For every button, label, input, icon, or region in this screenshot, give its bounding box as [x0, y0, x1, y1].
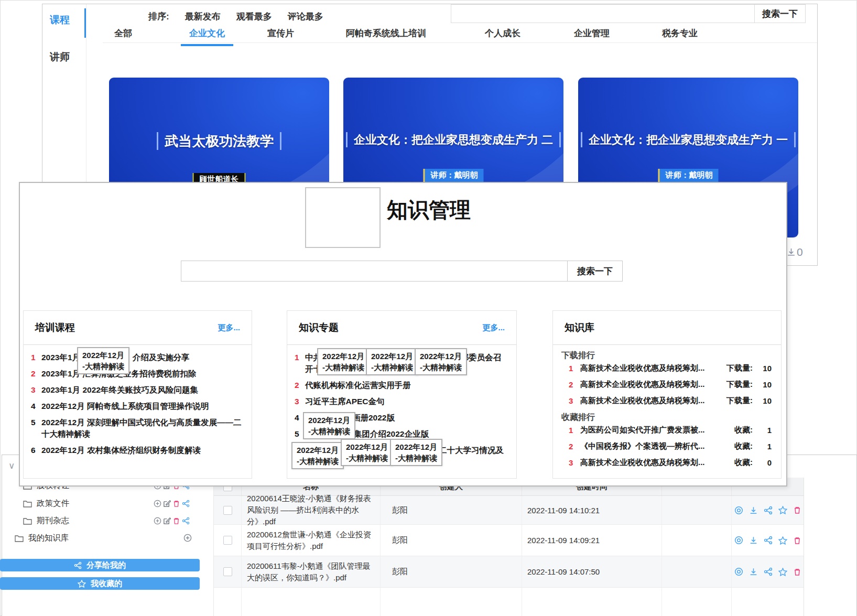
row-checkbox[interactable] — [223, 567, 232, 576]
knowledge-management-modal: 知识管理 搜索一下 培训课程 更多... 1 2023年1月介绍及实施分享 2 … — [19, 182, 787, 487]
view-icon[interactable] — [734, 567, 743, 576]
more-link[interactable]: 更多... — [218, 323, 240, 333]
file-name[interactable]: 20200612詹世谦-小鹅通《企业投资项目可行性分析》.pdf — [242, 525, 381, 556]
tab-business-management[interactable]: 企业管理 — [574, 27, 610, 44]
list-item[interactable]: 3 习近平主席APEC金句 — [295, 396, 509, 407]
list-item[interactable]: 2 代账机构标准化运营实用手册 — [295, 380, 509, 391]
list-item[interactable]: 2 2023年1月 汇算清缴之业务招待费税前扣除 — [31, 368, 244, 380]
tree-item-journals[interactable]: 期刊杂志 — [23, 514, 215, 527]
tab-tax-specialty[interactable]: 税务专业 — [662, 27, 698, 44]
knowledge-search: 搜索一下 — [181, 261, 623, 282]
sort-option-most-commented[interactable]: 评论最多 — [288, 10, 323, 23]
card-title: 企业文化：把企业家思想变成生产力 一 — [578, 132, 798, 148]
view-icon[interactable] — [734, 506, 743, 515]
download-icon[interactable] — [749, 567, 758, 576]
tooltip: 2022年12月-大精神解读 — [366, 348, 418, 375]
favorite-rank-title: 收藏排行 — [561, 412, 781, 423]
share-icon[interactable] — [764, 506, 773, 515]
tab-personal-growth[interactable]: 个人成长 — [485, 27, 520, 44]
file-name[interactable]: 20200611韦黎-小鹅通《团队管理最大的误区，你知道吗？》.pdf — [242, 556, 381, 587]
sort-bar: 排序: 最新发布 观看最多 评论最多 — [148, 10, 323, 23]
card-title: 武当太极功法教学 — [109, 132, 329, 150]
file-creator: 彭阳 — [381, 496, 522, 524]
tooltip: 2022年12月-大精神解读 — [77, 347, 129, 374]
edit-icon[interactable] — [163, 500, 171, 507]
edit-icon[interactable] — [163, 517, 171, 525]
empty-cell — [662, 496, 732, 524]
list-item[interactable]: 1 2023年1月介绍及实施分享 — [31, 352, 244, 363]
list-item[interactable]: 4 2022年12月 阿帕奇线上系统项目管理操作说明 — [31, 401, 244, 412]
knowledge-search-input[interactable] — [181, 261, 567, 282]
list-item[interactable]: 5 2022年12月 深刻理解中国式现代化与高质量发展——二十大精神解读 — [31, 417, 244, 440]
table-row[interactable]: 20200612詹世谦-小鹅通《企业投资项目可行性分析》.pdf 彭阳 2022… — [214, 525, 804, 556]
delete-icon[interactable] — [793, 506, 801, 514]
rank-item[interactable]: 2 高新技术企业税收优惠及纳税筹划... 下载量: 10 — [569, 380, 772, 390]
panel-training-courses: 培训课程 更多... 1 2023年1月介绍及实施分享 2 2023年1月 汇算… — [23, 310, 252, 479]
more-link[interactable]: 更多... — [482, 323, 505, 333]
list-item[interactable]: 3 2023年1月 2022年终关账技巧及风险问题集 — [31, 384, 244, 396]
row-actions — [732, 556, 804, 587]
tab-divider — [103, 42, 817, 43]
row-actions — [732, 525, 804, 556]
screen: 课程 讲师 排序: 最新发布 观看最多 评论最多 搜索一下 全部 企业文化 宣传… — [0, 0, 857, 616]
tree-item-my-knowledge-base[interactable]: 我的知识库 — [15, 532, 207, 544]
card-lecturer-badge: 讲师：戴明朝 — [424, 169, 484, 182]
rank-item[interactable]: 1 高新技术企业税收优惠及纳税筹划... 下载量: 10 — [569, 363, 772, 373]
tooltip: 2022年12月-大精神解读 — [341, 439, 393, 466]
download-rank-title: 下载排行 — [561, 350, 781, 361]
nav-item-lecturers[interactable]: 讲师 — [50, 50, 70, 64]
delete-icon[interactable] — [172, 517, 180, 525]
add-folder-icon[interactable] — [154, 500, 161, 507]
download-icon[interactable] — [749, 536, 758, 545]
row-checkbox[interactable] — [223, 506, 232, 515]
download-icon[interactable] — [749, 506, 758, 515]
panel-title: 知识专题 — [299, 321, 339, 334]
nav-item-courses[interactable]: 课程 — [50, 13, 70, 27]
sort-option-most-viewed[interactable]: 观看最多 — [236, 10, 272, 23]
share-icon[interactable] — [764, 536, 773, 545]
panel-title: 培训课程 — [35, 321, 75, 334]
table-row[interactable] — [214, 588, 804, 616]
tab-promo-video[interactable]: 宣传片 — [267, 27, 294, 44]
folder-icon — [15, 534, 24, 542]
rank-item[interactable]: 1 为医药公司如实代开推广费发票被... 收藏: 1 — [569, 425, 772, 435]
row-checkbox[interactable] — [223, 536, 232, 545]
favorite-icon[interactable] — [778, 536, 787, 545]
tab-corporate-culture[interactable]: 企业文化 — [181, 27, 233, 46]
rank-item[interactable]: 3 高新技术企业税收优惠及纳税筹划... 收藏: 0 — [569, 458, 772, 468]
file-creator: 彭阳 — [381, 556, 522, 587]
share-icon[interactable] — [764, 567, 773, 576]
rank-item[interactable]: 3 高新技术企业税收优惠及纳税筹划... 下载量: 10 — [569, 396, 772, 406]
shared-with-me-button[interactable]: 分享给我的 — [0, 559, 200, 571]
file-name[interactable]: 20200614王晓波-小鹅通《财务报表风险识别 ——挤出利润表中的水分》.pd… — [242, 496, 381, 524]
list-item[interactable]: 6 2022年12月 农村集体经济组织财务制度解读 — [31, 445, 244, 456]
table-row[interactable]: 20200614王晓波-小鹅通《财务报表风险识别 ——挤出利润表中的水分》.pd… — [214, 496, 804, 525]
tab-all[interactable]: 全部 — [114, 27, 132, 44]
delete-icon[interactable] — [793, 536, 801, 545]
course-search-button[interactable]: 搜索一下 — [754, 4, 806, 23]
knowledge-search-button[interactable]: 搜索一下 — [567, 261, 623, 282]
folder-icon — [23, 500, 32, 507]
tooltip: 2022年12月-大精神解读 — [390, 439, 442, 466]
share-icon[interactable] — [182, 500, 190, 507]
tooltip: 2022年12月-大精神解读 — [303, 412, 355, 439]
card-lecturer-badge: 讲师：戴明朝 — [658, 169, 719, 182]
view-icon[interactable] — [734, 536, 743, 545]
sort-option-newest[interactable]: 最新发布 — [185, 10, 221, 23]
table-row[interactable]: 20200611韦黎-小鹅通《团队管理最大的误区，你知道吗？》.pdf 彭阳 2… — [214, 556, 804, 588]
share-icon[interactable] — [182, 517, 190, 525]
delete-icon[interactable] — [793, 568, 801, 576]
tree-item-policy-documents[interactable]: 政策文件 — [23, 497, 215, 510]
favorite-icon[interactable] — [778, 506, 787, 514]
collapse-chevron-icon[interactable]: ∨ — [8, 460, 15, 471]
course-search-input[interactable] — [451, 4, 754, 23]
tab-apache-online-training[interactable]: 阿帕奇系统线上培训 — [346, 27, 426, 44]
share-icon — [74, 561, 82, 569]
my-favorites-button[interactable]: 我收藏的 — [0, 577, 200, 590]
rank-item[interactable]: 2 《中国税务报》个案透视—辨析代... 收藏: 1 — [569, 441, 772, 451]
favorite-icon[interactable] — [778, 568, 787, 576]
add-folder-icon[interactable] — [154, 517, 161, 525]
add-folder-icon[interactable] — [183, 534, 192, 542]
delete-icon[interactable] — [172, 500, 180, 507]
documents-table: 名称 创建人 创建时间 20200614王晓波-小鹅通《财务报表风险识别 ——挤… — [213, 478, 804, 616]
